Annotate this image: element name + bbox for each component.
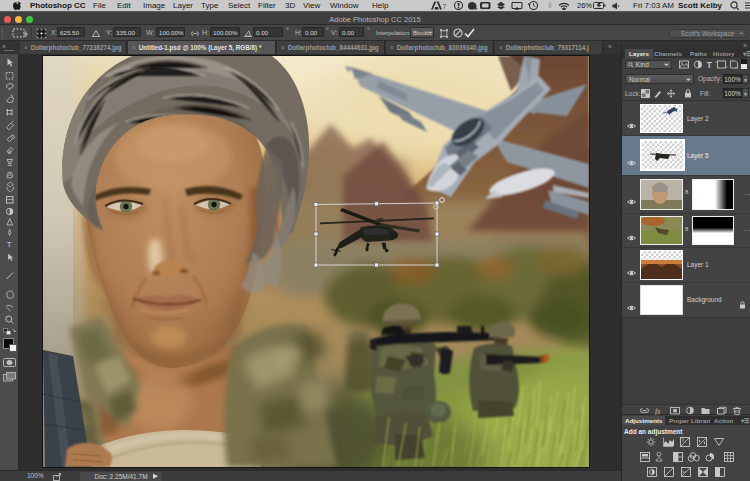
svg-text:T: T <box>707 60 713 69</box>
svg-text:7: 7 <box>443 3 447 10</box>
svg-text:fx: fx <box>655 407 661 416</box>
svg-text:T: T <box>7 240 12 249</box>
